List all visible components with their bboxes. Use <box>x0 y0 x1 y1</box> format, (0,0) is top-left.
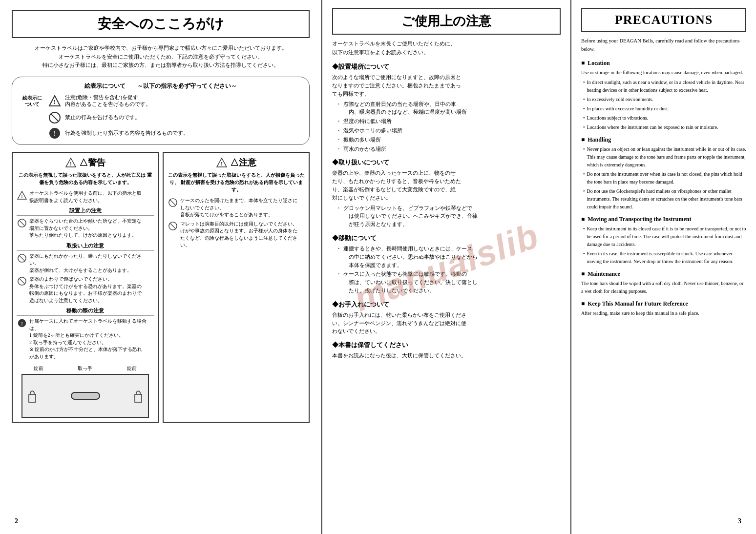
svg-text:!: ! <box>221 161 222 166</box>
right-panel: PRECAUTIONS Before using your DEAGAN Bel… <box>571 0 756 534</box>
left-main-title: 安全へのこころがけ <box>12 10 310 38</box>
svg-line-3 <box>51 114 59 122</box>
no-circle-icon <box>48 111 61 124</box>
case-diagram <box>21 374 149 418</box>
middle-bullet-transport2: ・ケースに入った状態でも衝撃には敏感です。移動の 際は、ていねいに取り扱ってくだ… <box>332 270 561 295</box>
right-section-text-keep: After reading, make sure to keep this ma… <box>581 309 746 317</box>
middle-section-title-moving: ◆移動について <box>332 234 561 243</box>
middle-section-text-location: 次のような場所でご使用になりますと、故障の原因となりますのでご注意ください。梱包… <box>332 74 561 98</box>
right-bullet-shock: Even in its case, the instrument is susc… <box>581 250 746 266</box>
right-section-maintenance: Maintenance The tone bars should be wipe… <box>581 270 746 295</box>
svg-line-25 <box>170 223 176 229</box>
middle-section-text-maintenance: 音板のお手入れには、乾いた柔らかい布をご使用ください。シンナーやベンジン、濡れぞ… <box>332 311 561 336</box>
right-section-title-maintenance: Maintenance <box>581 270 746 278</box>
middle-intro: オーケストラベルを末長くご使用いただくために、以下の注意事項をよくお読みください… <box>332 40 561 57</box>
right-main-title: PRECAUTIONS <box>581 8 746 32</box>
symbol-explanation: 絵表示について ～以下の指示を必ず守ってください～ 絵表示について ! 注意(危… <box>12 77 310 145</box>
mandatory-icon-move: ! <box>17 318 27 329</box>
section-move: 移動の際の注意 <box>17 307 154 316</box>
no-icon-setup <box>17 218 27 228</box>
page-number-right: 3 <box>738 517 741 525</box>
middle-section-title-keep: ◆本書は保管してください <box>332 341 561 349</box>
right-bullet-vibrations: Locations subject to vibrations. <box>581 114 746 122</box>
right-bullet-cold: In excessively cold environments. <box>581 96 746 103</box>
warning-box: ! △警告 この表示を無視して誤った取扱いをすると、人が死亡又は 重傷を負う危険… <box>12 152 159 423</box>
middle-main-title: ご使用上の注意 <box>332 8 561 35</box>
caution-item-2: マレットは演奏目的以外には使用しないでください。けがや事故の原因となります。お子… <box>168 221 305 249</box>
warn-text-play: 楽器のまわりで遊ばないでください。身体をぶつけてけがをする恐れがあります。楽器の… <box>29 276 142 304</box>
caution-title: ! △注意 <box>168 157 305 168</box>
right-section-title-location: Location <box>581 60 746 67</box>
no-icon-lean <box>17 253 27 264</box>
middle-section-text-keep: 本書をお読みになった後は、大切に保管してください。 <box>332 352 561 360</box>
right-intro: Before using your DEAGAN Bells, carefull… <box>581 37 746 54</box>
right-section-moving: Moving and Transporting the Instrument K… <box>581 216 746 266</box>
warning-item-move: ! 付属ケースに入れてオーケストラベルを移動する場合は、1 錠前を2ヶ所とも確実… <box>17 318 154 360</box>
caution-text-2: マレットは演奏目的以外には使用しないでください。けがや事故の原因となります。お子… <box>180 221 297 249</box>
middle-section-maintenance: ◆お手入れについて 音板のお手入れには、乾いた柔らかい布をご使用ください。シンナ… <box>332 300 561 336</box>
svg-line-23 <box>170 200 176 206</box>
svg-line-15 <box>19 278 25 285</box>
right-section-title-handling: Handling <box>581 136 746 144</box>
caution-text-1: ケースのふたを開けたままで、本体を立てたり逆さにしないでください。音板が落ちてけ… <box>180 197 297 219</box>
svg-text:!: ! <box>70 161 71 166</box>
right-section-text-location: Use or storage in the following location… <box>581 69 746 77</box>
middle-section-title-location: ◆設置場所について <box>332 62 561 71</box>
symbol-text-no: 禁止の行為を告げるものです。 <box>65 114 140 122</box>
symbol-title: 絵表示について ～以下の指示を必ず守ってください～ <box>20 82 301 90</box>
caution-subtitle: この表示を無視して誤った取扱いをすると、人が損傷を負ったり、 財産が損害を受ける… <box>168 171 305 193</box>
svg-text:!: ! <box>54 99 56 105</box>
right-bullet-overturn: Do not turn the instrument over when its… <box>581 170 746 186</box>
svg-text:!: ! <box>54 130 56 137</box>
right-bullet-humid: In places with excessive humidity or dus… <box>581 105 746 113</box>
warning-subtitle: この表示を無視して誤った取扱いをすると、人が死亡又は 重傷を負う危険のある内容を… <box>17 171 154 186</box>
middle-section-text-handling: 楽器の上や、楽器の入ったケースの上に、物をのせたり、もたれかかったりすると、音板… <box>332 169 561 202</box>
section-setup: 設置上の注意 <box>17 207 154 216</box>
middle-section-location: ◆設置場所について 次のような場所でご使用になりますと、故障の原因となりますので… <box>332 62 561 153</box>
right-bullet-rain: Locations where the instrument can be ex… <box>581 123 746 131</box>
symbol-text-warning: 注意(危険・警告を含む)を促す内容があることを告げるものです。 <box>65 94 151 108</box>
right-bullet-sunlight: In direct sunlight, such as near a windo… <box>581 79 746 94</box>
middle-section-title-handling: ◆取り扱いについて <box>332 158 561 167</box>
caution-box: ! △注意 この表示を無視して誤った取扱いをすると、人が損傷を負ったり、 財産が… <box>163 152 310 423</box>
svg-line-11 <box>19 220 25 226</box>
diagram-area: 錠前 取っ手 錠前 <box>17 365 154 418</box>
warn-icon-read: ! <box>17 190 27 201</box>
warning-item-read: ! オーケストラベルを使用する前に、以下の指示と取扱説明書をよく読んでください。 <box>17 190 154 204</box>
section-handling: 取扱い上の注意 <box>17 242 154 251</box>
svg-text:!: ! <box>21 321 23 327</box>
warn-text-read: オーケストラベルを使用する前に、以下の指示と取扱説明書をよく読んでください。 <box>29 190 142 204</box>
middle-panel: ご使用上の注意 オーケストラベルを末長くご使用いただくために、以下の注意事項をよ… <box>322 0 571 534</box>
symbol-row-mandatory: ! 行為を強制したり指示する内容を告げるものです。 <box>20 127 301 140</box>
svg-rect-19 <box>135 394 142 402</box>
middle-bullet-sunlight: ・窓際などの直射日光の当たる場所や、日中の車 内、暖房器具のそばなど、極端に温度… <box>332 101 561 117</box>
caution-item-1: ケースのふたを開けたままで、本体を立てたり逆さにしないでください。音板が落ちてけ… <box>168 197 305 219</box>
middle-bullet-vibration: ・振動の多い場所 <box>332 136 561 144</box>
lock-right-icon <box>133 389 143 403</box>
right-bullet-case: Keep the instrument in its closed case i… <box>581 225 746 248</box>
warning-item-play: 楽器のまわりで遊ばないでください。身体をぶつけてけがをする恐れがあります。楽器の… <box>17 276 154 304</box>
page-number-left: 2 <box>15 517 18 525</box>
right-section-handling: Handling Never place an object on or lea… <box>581 136 746 211</box>
middle-bullet-cold: ・温度の特に低い場所 <box>332 118 561 126</box>
diagram-labels: 錠前 取っ手 錠前 <box>17 365 154 372</box>
left-intro: オーケストラベルはご家庭や学校内で、お子様から専門家まで幅広い方々にご愛用いただ… <box>12 44 310 70</box>
symbol-label-display: 絵表示について <box>20 95 44 107</box>
middle-section-title-maintenance: ◆お手入れについて <box>332 300 561 309</box>
warning-item-setup: 楽器をぐらついた台の上や傾いた所など、不安定な場所に置かないでください。落ちたり… <box>17 218 154 239</box>
svg-line-13 <box>19 255 25 261</box>
warn-text-move: 付属ケースに入れてオーケストラベルを移動する場合は、1 錠前を2ヶ所とも確実にか… <box>29 318 147 360</box>
lock-left-icon <box>27 389 37 403</box>
middle-section-moving: ◆移動について ・運搬するときや、長時間使用しないときには、ケース の中に納めて… <box>332 234 561 295</box>
right-section-keep: Keep This Manual for Future Reference Af… <box>581 300 746 317</box>
left-panel: 安全へのこころがけ オーケストラベルはご家庭や学校内で、お子様から専門家まで幅広… <box>0 0 322 534</box>
right-section-title-keep: Keep This Manual for Future Reference <box>581 300 746 308</box>
caution-triangle-icon: ! <box>216 157 227 168</box>
right-bullet-mallets: Do not use the Glockenspiel's hard malle… <box>581 187 746 211</box>
middle-section-keep: ◆本書は保管してください 本書をお読みになった後は、大切に保管してください。 <box>332 341 561 360</box>
warn-text-setup: 楽器をぐらついた台の上や傾いた所など、不安定な場所に置かないでください。落ちたり… <box>29 218 142 239</box>
handle-diagram <box>71 392 100 400</box>
no-icon-play <box>17 276 27 287</box>
warning-item-lean: 楽器にもたれかかったり、乗ったりしないでください。楽器が倒れて、大けがをすること… <box>17 253 154 274</box>
warning-caution-container: ! △警告 この表示を無視して誤った取扱いをすると、人が死亡又は 重傷を負う危険… <box>12 152 310 423</box>
